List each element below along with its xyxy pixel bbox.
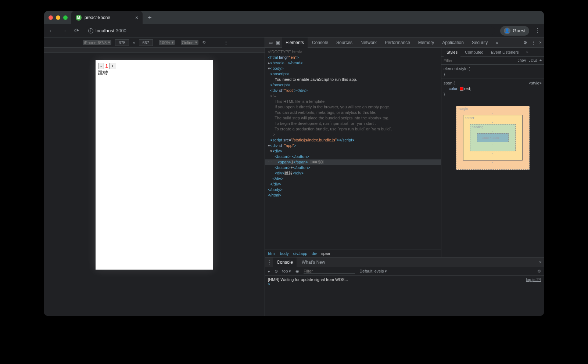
dom-line[interactable]: <button>+</button> bbox=[265, 165, 441, 170]
dom-tree[interactable]: <!DOCTYPE html> <html lang="en"> ▸<head>… bbox=[265, 48, 441, 249]
console-output[interactable]: [HMR] Waiting for update signal from WDS… bbox=[265, 276, 544, 316]
device-height-input[interactable] bbox=[139, 39, 153, 46]
minimize-window-icon[interactable] bbox=[56, 15, 60, 20]
jump-link[interactable]: 跳转 bbox=[98, 70, 211, 76]
dom-line[interactable]: ▾<div> bbox=[265, 148, 441, 154]
dom-line[interactable]: </body> bbox=[265, 187, 441, 192]
throttle-select[interactable]: Online ▾ bbox=[181, 40, 198, 45]
inspect-icon[interactable]: ▭ bbox=[267, 40, 274, 45]
dom-line[interactable]: <button>-</button> bbox=[265, 154, 441, 159]
zoom-select[interactable]: 100% ▾ bbox=[159, 40, 175, 45]
rotate-icon[interactable]: ⟲ bbox=[202, 40, 205, 45]
console-toolbar: ▸ ⊘ top ▾ ◉ Default levels ▾ ⚙ bbox=[265, 267, 544, 276]
url-input[interactable]: i localhost:3000 bbox=[85, 26, 495, 35]
crumb-div[interactable]: div bbox=[312, 251, 317, 256]
dom-line[interactable]: ▸<head>…</head> bbox=[265, 60, 441, 66]
tab-memory[interactable]: Memory bbox=[415, 37, 438, 48]
decrement-button[interactable]: - bbox=[98, 63, 104, 69]
tab-sources[interactable]: Sources bbox=[333, 37, 356, 48]
color-swatch-icon[interactable] bbox=[460, 87, 463, 91]
console-message[interactable]: [HMR] Waiting for update signal from WDS… bbox=[268, 277, 541, 282]
rule-span[interactable]: <style>span { bbox=[444, 80, 542, 86]
console-prompt[interactable]: > bbox=[268, 282, 541, 286]
rule-element-style[interactable]: element.style { bbox=[444, 66, 542, 72]
crumb-html[interactable]: html bbox=[268, 251, 276, 256]
tab-more[interactable]: » bbox=[492, 37, 502, 48]
close-drawer-icon[interactable]: × bbox=[539, 260, 542, 265]
tab-styles[interactable]: Styles bbox=[444, 48, 460, 57]
close-tab-icon[interactable]: × bbox=[135, 15, 138, 21]
dom-line[interactable]: ▾<body> bbox=[265, 66, 441, 71]
dom-line[interactable]: <div>跳转</div> bbox=[265, 170, 441, 176]
back-button[interactable]: ← bbox=[48, 28, 55, 34]
dom-line[interactable]: <html lang="en"> bbox=[265, 55, 441, 60]
tab-elements[interactable]: Elements bbox=[282, 37, 308, 48]
dom-line[interactable]: --> bbox=[265, 132, 441, 137]
tab-computed[interactable]: Computed bbox=[462, 48, 487, 57]
dom-line[interactable]: <!DOCTYPE html> bbox=[265, 49, 441, 55]
close-devtools-icon[interactable]: × bbox=[539, 40, 542, 45]
crumb-app[interactable]: div#app bbox=[293, 251, 308, 256]
crumb-span[interactable]: span bbox=[321, 251, 330, 256]
browser-menu-button[interactable]: ⋮ bbox=[534, 27, 540, 34]
drawer-tab-console[interactable]: Console bbox=[273, 257, 297, 267]
devtools-menu-icon[interactable]: ⋮ bbox=[531, 40, 535, 45]
device-select[interactable]: iPhone 6/7/8 ▾ bbox=[83, 40, 111, 45]
dom-line[interactable]: <noscript> bbox=[265, 71, 441, 77]
reload-button[interactable]: ⟳ bbox=[73, 27, 80, 34]
crumb-body[interactable]: body bbox=[280, 251, 289, 256]
dom-line[interactable]: This HTML file is a template. bbox=[265, 99, 441, 104]
dom-line-selected[interactable]: ⋯ <span>1</span> == $0 bbox=[265, 159, 441, 165]
dom-line[interactable]: You can add webfonts, meta tags, or anal… bbox=[265, 110, 441, 115]
dom-line[interactable]: If you open it directly in the browser, … bbox=[265, 104, 441, 110]
site-info-icon[interactable]: i bbox=[88, 28, 93, 33]
tab-application[interactable]: Application bbox=[438, 37, 467, 48]
drawer-menu-icon[interactable]: ⋮ bbox=[267, 260, 272, 265]
context-select[interactable]: top ▾ bbox=[282, 269, 291, 274]
tab-styles-more[interactable]: » bbox=[523, 48, 531, 57]
dom-line[interactable]: </div> bbox=[265, 176, 441, 181]
maximize-window-icon[interactable] bbox=[63, 15, 68, 20]
dom-line[interactable]: The build step will place the bundled sc… bbox=[265, 115, 441, 121]
console-source-link[interactable]: log.js:24 bbox=[526, 277, 541, 282]
dom-line[interactable]: <!-- bbox=[265, 93, 441, 99]
styles-filter-input[interactable] bbox=[444, 58, 466, 63]
settings-icon[interactable]: ⚙ bbox=[523, 40, 527, 45]
rule-close: } bbox=[444, 72, 542, 77]
drawer-tab-whatsnew[interactable]: What's New bbox=[298, 257, 329, 267]
browser-tab[interactable]: M preact-kbone × bbox=[71, 11, 143, 24]
tab-event-listeners[interactable]: Event Listeners bbox=[488, 48, 522, 57]
log-levels-select[interactable]: Default levels ▾ bbox=[359, 269, 387, 274]
device-toggle-icon[interactable]: ▣ bbox=[275, 40, 281, 45]
dom-line[interactable]: <script src="/static/js/index.bundle.js"… bbox=[265, 137, 441, 143]
styles-options[interactable]: :hov .cls + bbox=[517, 58, 542, 62]
dom-line[interactable]: You need to enable JavaScript to run thi… bbox=[265, 77, 441, 82]
dom-line[interactable]: To begin the development, run `npm start… bbox=[265, 121, 441, 126]
console-filter-input[interactable] bbox=[304, 269, 355, 274]
device-toolbar-menu[interactable]: ⋮ bbox=[224, 40, 228, 45]
dom-line[interactable]: ▾<div id="app"> bbox=[265, 143, 441, 148]
console-sidebar-icon[interactable]: ▸ bbox=[268, 269, 270, 274]
tab-console[interactable]: Console bbox=[308, 37, 332, 48]
dom-line[interactable]: To create a production bundle, use `npm … bbox=[265, 126, 441, 132]
box-model[interactable]: margin- border- padding- auto × auto - -… bbox=[456, 106, 530, 170]
dom-line[interactable]: </noscript> bbox=[265, 82, 441, 88]
style-rules[interactable]: element.style { } <style>span { color: r… bbox=[441, 65, 544, 98]
tab-network[interactable]: Network bbox=[357, 37, 380, 48]
forward-button[interactable]: → bbox=[60, 28, 68, 34]
new-tab-button[interactable]: + bbox=[148, 14, 152, 22]
tab-security[interactable]: Security bbox=[468, 37, 491, 48]
console-settings-icon[interactable]: ⚙ bbox=[537, 269, 541, 274]
dom-line[interactable]: <div id="root"></div> bbox=[265, 88, 441, 93]
increment-button[interactable]: + bbox=[109, 63, 116, 69]
dom-line[interactable]: </div> bbox=[265, 181, 441, 187]
profile-button[interactable]: 👤 Guest bbox=[500, 26, 529, 36]
css-property[interactable]: color: red; bbox=[444, 86, 542, 91]
device-width-input[interactable] bbox=[115, 39, 129, 46]
clear-console-icon[interactable]: ⊘ bbox=[275, 269, 278, 274]
dom-line[interactable]: </html> bbox=[265, 192, 441, 198]
close-window-icon[interactable] bbox=[49, 15, 53, 20]
window-controls bbox=[49, 15, 68, 20]
live-expression-icon[interactable]: ◉ bbox=[295, 269, 299, 274]
tab-performance[interactable]: Performance bbox=[381, 37, 414, 48]
